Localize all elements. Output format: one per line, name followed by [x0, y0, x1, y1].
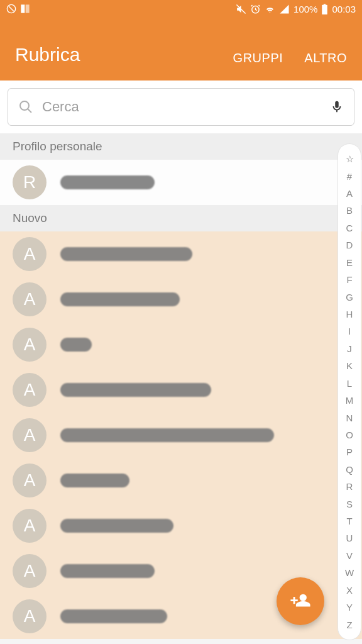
alpha-index-item[interactable]: S [338, 496, 361, 512]
svg-line-1 [9, 6, 14, 11]
avatar: A [13, 282, 47, 316]
alarm-icon [250, 4, 261, 14]
add-person-icon [290, 591, 311, 612]
avatar: A [13, 509, 47, 543]
status-left [6, 4, 30, 14]
profile-name-redacted [60, 175, 155, 189]
contacts-list: AAAAAAAAA [0, 231, 362, 639]
alpha-index-item[interactable]: N [338, 409, 361, 426]
alpha-index-item[interactable]: Y [338, 599, 361, 616]
svg-line-9 [28, 109, 31, 113]
svg-rect-3 [26, 4, 30, 13]
app-actions: GRUPPI ALTRO [233, 51, 347, 65]
alpha-index-item[interactable]: T [338, 513, 361, 530]
contact-name-redacted [60, 474, 129, 487]
contact-row[interactable]: A [0, 322, 362, 367]
alpha-index-item[interactable]: P [338, 444, 361, 460]
alpha-index-item[interactable]: V [338, 547, 361, 564]
alpha-index-item[interactable]: ☆ [338, 151, 361, 167]
alpha-index-item[interactable]: R [338, 479, 361, 495]
profile-section: R [0, 160, 362, 205]
signal-icon [279, 4, 290, 14]
avatar: A [13, 554, 47, 588]
alpha-index-item[interactable]: M [338, 392, 361, 409]
alpha-index-item[interactable]: X [338, 582, 361, 598]
contact-name-redacted [60, 428, 274, 442]
wifi-icon [265, 4, 275, 14]
svg-rect-6 [322, 4, 328, 14]
profile-row[interactable]: R [0, 160, 362, 205]
mic-icon[interactable] [330, 98, 344, 116]
avatar: A [13, 599, 47, 633]
alpha-index-item[interactable]: K [338, 358, 361, 374]
no-disturb-icon [6, 4, 16, 14]
avatar: A [13, 373, 47, 407]
groups-button[interactable]: GRUPPI [233, 51, 283, 65]
search-area [0, 80, 362, 133]
alpha-index-item[interactable]: D [338, 237, 361, 253]
svg-rect-7 [324, 4, 326, 5]
contact-row[interactable]: A [0, 367, 362, 413]
contact-name-redacted [60, 292, 180, 306]
search-icon [18, 99, 33, 114]
contact-row[interactable]: A [0, 231, 362, 277]
page-title: Rubrica [15, 44, 80, 65]
search-input[interactable] [42, 99, 321, 115]
alpha-index-item[interactable]: F [338, 272, 361, 288]
alpha-index-item[interactable]: O [338, 426, 361, 443]
avatar: A [13, 237, 47, 271]
profile-section-header: Profilo personale [0, 133, 362, 160]
contact-name-redacted [60, 247, 192, 261]
contact-row[interactable]: A [0, 503, 362, 548]
avatar: A [13, 328, 47, 362]
app-bar: Rubrica GRUPPI ALTRO [0, 18, 362, 80]
status-bar: 100% 00:03 [0, 0, 362, 18]
contact-row[interactable]: A [0, 277, 362, 322]
add-contact-fab[interactable] [277, 577, 324, 625]
app-icon [20, 4, 30, 14]
clock: 00:03 [332, 4, 356, 14]
svg-rect-2 [21, 4, 25, 13]
avatar: A [13, 464, 47, 497]
alpha-index-item[interactable]: H [338, 306, 361, 323]
alpha-index-item[interactable]: Q [338, 461, 361, 477]
alpha-index-item[interactable]: J [338, 340, 361, 357]
battery-pct: 100% [293, 4, 317, 14]
svg-point-8 [20, 101, 29, 110]
alpha-index-item[interactable]: A [338, 186, 361, 202]
contact-name-redacted [60, 338, 92, 352]
alpha-index-item[interactable]: W [338, 565, 361, 581]
alpha-index-item[interactable]: # [338, 168, 361, 184]
contact-name-redacted [60, 564, 155, 578]
alpha-index-item[interactable]: B [338, 203, 361, 219]
contact-name-redacted [60, 519, 173, 533]
contact-row[interactable]: A [0, 458, 362, 503]
avatar: A [13, 418, 47, 452]
avatar: R [13, 165, 47, 199]
nuovo-section-header: Nuovo [0, 205, 362, 231]
contact-name-redacted [60, 383, 211, 397]
alpha-index-item[interactable]: E [338, 254, 361, 270]
alpha-index-item[interactable]: I [338, 323, 361, 340]
alpha-index-item[interactable]: L [338, 375, 361, 391]
alpha-index-item[interactable]: Z [338, 616, 361, 633]
battery-icon [321, 4, 328, 14]
contact-row[interactable]: A [0, 413, 362, 458]
alpha-index-item[interactable]: U [338, 530, 361, 547]
more-button[interactable]: ALTRO [304, 51, 347, 65]
alpha-index-item[interactable]: C [338, 219, 361, 236]
alpha-index[interactable]: ☆#ABCDEFGHIJKLMNOPQRSTUVWXYZ [337, 143, 361, 640]
mute-icon [236, 4, 246, 14]
search-box[interactable] [8, 88, 354, 126]
contact-name-redacted [60, 609, 167, 623]
status-right: 100% 00:03 [236, 4, 356, 14]
alpha-index-item[interactable]: G [338, 289, 361, 305]
